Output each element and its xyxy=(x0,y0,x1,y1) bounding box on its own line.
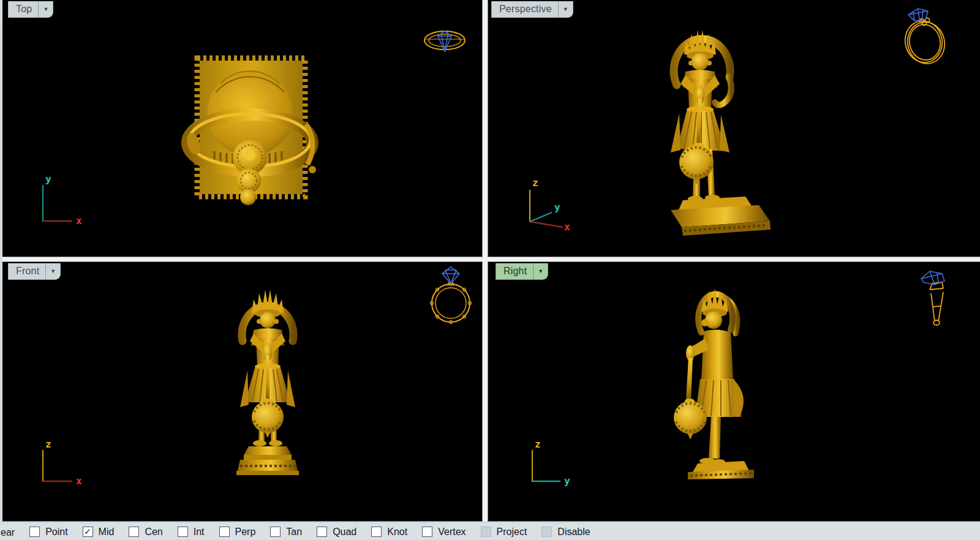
osnap-item-label: Mid xyxy=(99,527,115,538)
svg-text:x: x xyxy=(76,215,82,225)
osnap-item-label: Knot xyxy=(387,527,407,538)
osnap-item-label: Point xyxy=(45,527,67,538)
osnap-item-quad[interactable]: Quad xyxy=(317,526,356,538)
axis-gnomon-perspective: z y x xyxy=(520,174,581,232)
ring-model-top-view[interactable] xyxy=(421,26,468,55)
statue-model-perspective-view[interactable] xyxy=(631,15,791,245)
ring-model-perspective-view[interactable] xyxy=(895,5,950,66)
svg-text:y: y xyxy=(45,173,51,185)
checkbox-quad[interactable] xyxy=(317,527,327,537)
checkbox-tan[interactable] xyxy=(270,527,281,537)
viewport-title: Front xyxy=(16,266,39,277)
viewport-right[interactable]: Right ▼ xyxy=(488,261,980,522)
osnap-item-vertex[interactable]: Vertex xyxy=(422,526,466,538)
osnap-item-label: Quad xyxy=(333,527,356,538)
viewport-tab-top[interactable]: Top ▼ xyxy=(8,1,53,18)
diamond-gem-right xyxy=(921,271,944,285)
viewport-top[interactable]: Top ▼ xyxy=(2,0,483,257)
viewport-tab-perspective[interactable]: Perspective ▼ xyxy=(491,1,573,18)
ring-model-right-view[interactable] xyxy=(916,265,951,328)
axis-gnomon-top: y x xyxy=(34,170,89,225)
svg-text:z: z xyxy=(45,438,51,450)
osnap-item-label: Int xyxy=(194,527,205,538)
svg-text:x: x xyxy=(76,475,82,487)
chevron-down-icon[interactable]: ▼ xyxy=(559,1,573,17)
svg-text:x: x xyxy=(564,221,570,232)
osnap-truncated-label[interactable]: ear xyxy=(1,527,15,538)
checkbox-point[interactable] xyxy=(29,527,40,537)
statue-model-right-view[interactable] xyxy=(662,276,760,481)
viewport-tab-right[interactable]: Right ▼ xyxy=(496,263,548,280)
checkbox-knot[interactable] xyxy=(371,527,382,537)
checkbox-mid[interactable]: ✓ xyxy=(83,527,93,537)
axis-gnomon-right: z y xyxy=(524,433,579,488)
osnap-item-mid[interactable]: ✓Mid xyxy=(83,526,115,538)
svg-text:z: z xyxy=(532,177,538,189)
statue-model-top-view[interactable] xyxy=(172,52,343,205)
osnap-item-int[interactable]: Int xyxy=(178,526,205,538)
osnap-item-label: Disable xyxy=(557,527,590,538)
svg-text:y: y xyxy=(554,201,560,213)
osnap-item-label: Project xyxy=(497,527,527,538)
osnap-statusbar: ear Point✓MidCenIntPerpTanQuadKnotVertex… xyxy=(0,522,980,540)
osnap-item-point[interactable]: Point xyxy=(29,526,67,538)
osnap-item-label: Perp xyxy=(235,527,256,538)
chevron-down-icon[interactable]: ▼ xyxy=(533,263,548,279)
osnap-item-tan[interactable]: Tan xyxy=(270,526,302,538)
svg-text:y: y xyxy=(564,475,570,487)
checkbox-cen[interactable] xyxy=(129,527,139,537)
diamond-gem-front xyxy=(442,267,459,283)
axis-gnomon-front: z x xyxy=(34,433,89,488)
checkbox-vertex[interactable] xyxy=(422,527,432,537)
osnap-item-knot[interactable]: Knot xyxy=(371,526,407,538)
osnap-item-perp[interactable]: Perp xyxy=(219,526,256,538)
osnap-item-label: Cen xyxy=(145,527,162,538)
svg-text:z: z xyxy=(535,438,541,450)
osnap-item-disable[interactable]: Disable xyxy=(541,526,590,538)
checkbox-disable[interactable] xyxy=(541,527,552,537)
osnap-items: Point✓MidCenIntPerpTanQuadKnotVertexProj… xyxy=(15,526,590,538)
viewport-perspective[interactable]: Perspective ▼ xyxy=(488,0,980,257)
osnap-item-label: Vertex xyxy=(438,527,466,538)
checkbox-project[interactable] xyxy=(481,527,491,537)
checkbox-int[interactable] xyxy=(178,527,188,537)
statue-model-front-view[interactable] xyxy=(222,277,314,479)
viewport-title: Top xyxy=(16,4,32,15)
viewport-front[interactable]: Front ▼ xyxy=(2,261,483,522)
viewport-title: Right xyxy=(503,266,527,277)
osnap-item-project[interactable]: Project xyxy=(481,526,527,538)
chevron-down-icon[interactable]: ▼ xyxy=(39,1,53,17)
chevron-down-icon[interactable]: ▼ xyxy=(46,263,60,279)
osnap-item-label: Tan xyxy=(286,527,302,538)
viewport-tab-front[interactable]: Front ▼ xyxy=(8,263,61,280)
osnap-item-cen[interactable]: Cen xyxy=(129,526,162,538)
ring-model-front-view[interactable] xyxy=(428,265,474,325)
checkbox-perp[interactable] xyxy=(219,527,230,537)
viewport-title: Perspective xyxy=(499,4,552,15)
